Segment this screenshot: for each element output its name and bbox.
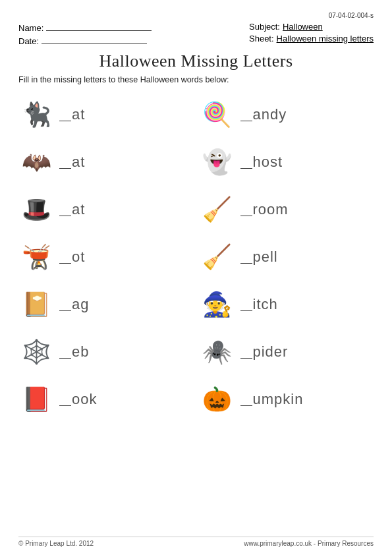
cauldron-word: ot <box>59 248 85 266</box>
list-item: 🫕ot <box>18 233 193 281</box>
list-item: 🍭andy <box>200 91 374 138</box>
left-fields: Name: Date: <box>18 22 152 46</box>
missing-letter-blank[interactable] <box>240 250 252 264</box>
list-item: 🎩at <box>18 186 193 233</box>
cat1-word: at <box>59 106 85 123</box>
list-item: 🧙itch <box>200 281 374 328</box>
sheet-value: Halloween missing letters <box>277 34 374 44</box>
bag-icon: 📔 <box>18 287 54 322</box>
date-input <box>42 35 147 44</box>
list-item: 🐈‍⬛at <box>18 91 193 138</box>
header-fields: Name: Date: Subject: Halloween Sheet: Ha… <box>18 22 374 46</box>
sheet-field: Sheet: Halloween missing letters <box>249 34 374 44</box>
broom-icon: 🧹 <box>200 192 235 227</box>
broom-word: room <box>240 201 289 218</box>
ghost-icon: 👻 <box>200 144 235 180</box>
list-item: 🎃umpkin <box>200 376 374 423</box>
footer-right: www.primaryleap.co.uk - Primary Resource… <box>244 540 374 547</box>
subject-field: Subject: Halloween <box>249 22 374 32</box>
bag-word: ag <box>59 296 89 313</box>
page: 07-04-02-004-s Name: Date: Subject: Hall… <box>0 0 392 555</box>
candy-icon: 🍭 <box>200 97 235 132</box>
cauldron-icon: 🫕 <box>18 239 54 275</box>
spider-icon: 🕷️ <box>200 334 235 370</box>
witch-icon: 🧙 <box>200 287 235 322</box>
name-field: Name: <box>18 22 152 33</box>
missing-letter-blank[interactable] <box>240 345 252 359</box>
subject-label: Subject: <box>249 22 280 32</box>
spell-word: pell <box>240 248 278 266</box>
items-grid: 🐈‍⬛at🍭andy🦇at👻host🎩at🧹room🫕ot🧹pell📔ag🧙it… <box>18 91 374 423</box>
footer: © Primary Leap Ltd. 2012 www.primaryleap… <box>18 537 374 547</box>
missing-letter-blank[interactable] <box>59 156 71 169</box>
missing-letter-blank[interactable] <box>59 393 71 406</box>
list-item: 📔ag <box>18 281 193 328</box>
page-title: Halloween Missing Letters <box>18 51 374 71</box>
missing-letter-blank[interactable] <box>59 345 71 359</box>
web-word: eb <box>59 343 89 361</box>
sheet-label: Sheet: <box>249 34 274 44</box>
spider-word: pider <box>240 343 289 361</box>
book-icon: 📕 <box>18 382 54 417</box>
bat-word: at <box>59 154 85 171</box>
missing-letter-blank[interactable] <box>59 298 71 311</box>
subject-value: Halloween <box>283 22 323 32</box>
missing-letter-blank[interactable] <box>240 108 252 121</box>
candy-word: andy <box>240 106 287 123</box>
footer-left: © Primary Leap Ltd. 2012 <box>18 540 94 547</box>
hat-icon: 🎩 <box>18 192 54 227</box>
witch-word: itch <box>240 296 278 313</box>
list-item: 🧹room <box>200 186 374 233</box>
list-item: 🧹pell <box>200 233 374 281</box>
list-item: 🦇at <box>18 138 193 186</box>
list-item: 👻host <box>200 138 374 186</box>
missing-letter-blank[interactable] <box>59 250 71 264</box>
cat1-icon: 🐈‍⬛ <box>18 97 54 132</box>
spell-icon: 🧹 <box>200 239 235 275</box>
list-item: 🕷️pider <box>200 328 374 376</box>
date-label: Date: <box>18 36 39 46</box>
date-field: Date: <box>18 35 152 46</box>
list-item: 📕ook <box>18 376 193 423</box>
missing-letter-blank[interactable] <box>240 298 252 311</box>
missing-letter-blank[interactable] <box>59 108 71 121</box>
ghost-word: host <box>240 154 283 171</box>
sheet-id: 07-04-02-004-s <box>18 12 374 19</box>
name-label: Name: <box>18 23 43 33</box>
pumpkin-icon: 🎃 <box>200 382 235 417</box>
name-input <box>46 22 152 31</box>
missing-letter-blank[interactable] <box>240 393 252 406</box>
book-word: ook <box>59 391 97 408</box>
hat-word: at <box>59 201 85 218</box>
pumpkin-word: umpkin <box>240 391 304 408</box>
missing-letter-blank[interactable] <box>59 203 71 216</box>
list-item: 🕸️eb <box>18 328 193 376</box>
web-icon: 🕸️ <box>18 334 54 370</box>
instruction: Fill in the missing letters to these Hal… <box>18 75 374 84</box>
right-fields: Subject: Halloween Sheet: Halloween miss… <box>249 22 374 46</box>
missing-letter-blank[interactable] <box>240 203 252 216</box>
bat-icon: 🦇 <box>18 144 54 180</box>
missing-letter-blank[interactable] <box>240 156 252 169</box>
